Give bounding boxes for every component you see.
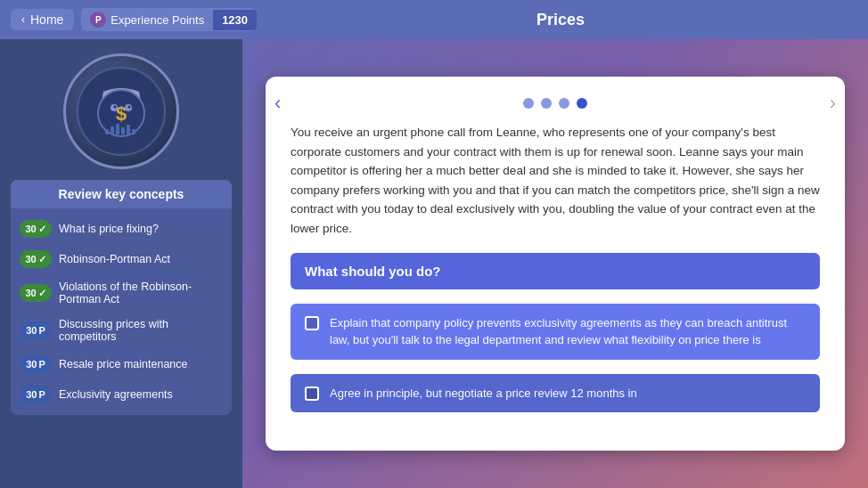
question-box: What should you do? — [291, 253, 820, 289]
prev-button[interactable]: ‹ — [274, 92, 281, 115]
svg-rect-6 — [127, 125, 130, 134]
svg-point-10 — [114, 106, 117, 109]
content-area: ‹ › You receive an urgent phone call fro… — [242, 39, 868, 488]
next-button[interactable]: › — [830, 92, 836, 115]
svg-rect-2 — [105, 129, 109, 134]
svg-rect-4 — [116, 124, 119, 134]
checkbox-2[interactable] — [305, 386, 319, 401]
sidebar: $ Review key concepts — [0, 39, 242, 488]
avatar-inner: $ — [77, 67, 166, 156]
item-label-resale: Resale price maintenance — [59, 358, 188, 370]
scenario-card: ‹ › You receive an urgent phone call fro… — [266, 77, 845, 451]
dot-3[interactable] — [559, 98, 569, 109]
answer-text-1: Explain that company policy prevents exc… — [330, 314, 806, 349]
review-list: 30 What is price fixing? 30 Robinson-Por… — [11, 208, 232, 415]
xp-label: Experience Points — [111, 13, 204, 27]
svg-rect-7 — [132, 129, 135, 134]
home-button[interactable]: ‹ Home — [11, 9, 74, 30]
svg-point-11 — [128, 106, 131, 109]
home-label: Home — [30, 12, 63, 27]
xp-value: 1230 — [213, 10, 257, 30]
avatar-svg: $ — [86, 76, 157, 147]
badge-price-fixing: 30 — [20, 220, 52, 238]
svg-rect-5 — [121, 127, 125, 134]
chevron-left-icon: ‹ — [21, 13, 25, 26]
item-label-violations: Violations of the Robinson-Portman Act — [59, 281, 223, 305]
scenario-text: You receive an urgent phone call from Le… — [291, 123, 820, 239]
list-item[interactable]: 30 What is price fixing? — [11, 214, 232, 244]
dot-4[interactable] — [577, 98, 587, 109]
topbar: ‹ Home P Experience Points 1230 Prices — [0, 0, 868, 39]
main-layout: $ Review key concepts — [0, 39, 868, 488]
list-item[interactable]: 30 Robinson-Portman Act — [11, 244, 232, 274]
item-label-exclusivity: Exclusivity agreements — [59, 388, 173, 401]
list-item[interactable]: 30 Resale price maintenance — [11, 349, 232, 379]
answer-text-2: Agree in principle, but negotiate a pric… — [330, 385, 637, 403]
checkbox-1[interactable] — [305, 316, 319, 330]
badge-violations: 30 — [20, 284, 52, 302]
avatar: $ — [63, 53, 179, 169]
review-concepts-title: Review key concepts — [11, 180, 232, 208]
xp-icon: P — [90, 12, 106, 28]
svg-text:$: $ — [116, 102, 127, 125]
item-label-price-fixing: What is price fixing? — [59, 223, 159, 235]
page-title: Prices — [264, 11, 857, 29]
dot-1[interactable] — [523, 98, 534, 109]
answer-option-1[interactable]: Explain that company policy prevents exc… — [291, 304, 820, 360]
badge-discussing: 30 — [20, 321, 52, 339]
item-label-robinson: Robinson-Portman Act — [59, 253, 170, 265]
item-label-discussing: Discussing prices with competitors — [59, 318, 223, 343]
list-item[interactable]: 30 Discussing prices with competitors — [11, 312, 232, 349]
badge-resale: 30 — [20, 355, 52, 373]
dots-navigation: ‹ › — [291, 98, 820, 109]
svg-rect-3 — [111, 126, 114, 134]
answer-option-2[interactable]: Agree in principle, but negotiate a pric… — [291, 374, 820, 413]
dot-2[interactable] — [541, 98, 552, 109]
badge-exclusivity: 30 — [20, 386, 52, 403]
experience-points-widget: P Experience Points 1230 — [81, 8, 257, 31]
list-item[interactable]: 30 Violations of the Robinson-Portman Ac… — [11, 274, 232, 312]
xp-label-area: P Experience Points — [81, 8, 213, 31]
review-concepts-section: Review key concepts 30 What is price fix… — [11, 180, 232, 415]
list-item[interactable]: 30 Exclusivity agreements — [11, 379, 232, 410]
badge-robinson: 30 — [20, 250, 52, 268]
